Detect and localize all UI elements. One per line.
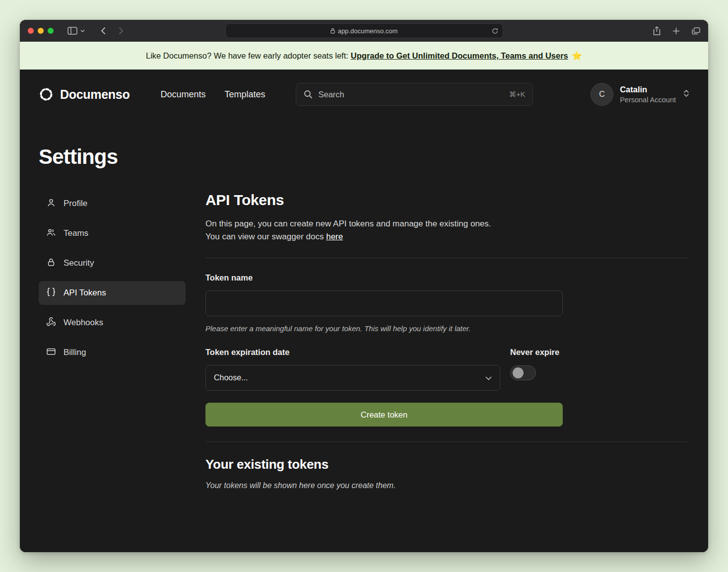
app-page: Documenso Documents Templates Search ⌘+K…: [20, 70, 708, 552]
token-name-input[interactable]: [205, 290, 563, 316]
braces-icon: [46, 287, 56, 299]
new-tab-icon[interactable]: [672, 27, 680, 35]
sidebar-item-label: Teams: [64, 228, 88, 238]
address-bar[interactable]: app.documenso.com: [225, 23, 503, 38]
swagger-docs-link[interactable]: here: [326, 232, 343, 241]
browser-window: app.documenso.com: [20, 20, 708, 552]
divider: [205, 441, 688, 442]
lock-icon: [46, 257, 56, 270]
sidebar-item-label: API Tokens: [64, 288, 106, 298]
webhook-icon: [46, 317, 56, 329]
description-prefix: You can view our swagger docs: [205, 232, 326, 241]
expiration-select[interactable]: Choose...: [205, 365, 500, 391]
sidebar-item-label: Billing: [64, 348, 86, 358]
sidebar-item-teams[interactable]: Teams: [39, 221, 186, 245]
share-icon[interactable]: [653, 26, 661, 35]
back-button[interactable]: [101, 27, 106, 35]
expiration-selected-value: Choose...: [214, 373, 248, 382]
api-tokens-panel: API Tokens On this page, you can create …: [205, 192, 688, 490]
avatar: C: [591, 83, 613, 106]
token-name-label: Token name: [205, 273, 688, 283]
browser-titlebar: app.documenso.com: [20, 20, 708, 42]
user-account-type: Personal Account: [620, 96, 676, 104]
sidebar-toggle-icon[interactable]: [67, 27, 77, 35]
create-token-button[interactable]: Create token: [205, 403, 563, 427]
sidebar-item-billing[interactable]: Billing: [39, 341, 186, 364]
user-icon: [46, 198, 56, 210]
sidebar-item-api-tokens[interactable]: API Tokens: [39, 281, 186, 305]
nav-templates[interactable]: Templates: [224, 89, 265, 100]
traffic-lights: [28, 28, 54, 34]
banner-text: Like Documenso? We have few early adopte…: [146, 51, 348, 61]
url-text: app.documenso.com: [338, 27, 398, 35]
sidebar-item-label: Profile: [64, 199, 87, 209]
existing-tokens-empty-text: Your tokens will be shown here once you …: [205, 481, 688, 490]
divider: [205, 258, 688, 258]
user-meta: Catalin Personal Account: [620, 85, 676, 104]
users-icon: [46, 227, 56, 240]
existing-tokens-title: Your existing tokens: [205, 457, 688, 472]
tab-overview-icon[interactable]: [692, 27, 700, 35]
search-placeholder: Search: [318, 90, 344, 99]
credit-card-icon: [46, 347, 56, 359]
upgrade-link[interactable]: Upgrade to Get Unlimited Documents, Team…: [351, 51, 568, 61]
nav-documents[interactable]: Documents: [160, 89, 205, 100]
search-icon: [304, 90, 313, 99]
section-description-line1: On this page, you can create new API tok…: [205, 217, 688, 230]
user-name: Catalin: [620, 85, 676, 94]
forward-button[interactable]: [119, 27, 124, 35]
documenso-logo-icon: [39, 87, 54, 102]
sidebar-item-security[interactable]: Security: [39, 251, 186, 275]
sidebar-chevron-down-icon[interactable]: [80, 29, 85, 32]
top-nav: Documents Templates: [160, 89, 265, 100]
settings-sidebar: Profile Teams: [39, 192, 186, 370]
lock-icon: [331, 28, 335, 34]
chevrons-up-down-icon: [683, 89, 689, 100]
avatar-initial: C: [599, 90, 605, 99]
search-shortcut: ⌘+K: [509, 90, 526, 98]
section-title: API Tokens: [205, 192, 688, 209]
never-expire-label: Never expire: [510, 348, 563, 357]
star-emoji: ⭐: [572, 51, 582, 61]
section-description-line2: You can view our swagger docs here: [205, 230, 688, 243]
brand-name: Documenso: [60, 87, 130, 102]
minimize-window-button[interactable]: [38, 28, 44, 34]
token-name-hint: Please enter a meaningful name for your …: [205, 324, 688, 333]
zoom-window-button[interactable]: [48, 28, 54, 34]
close-window-button[interactable]: [28, 28, 34, 34]
reload-icon[interactable]: [492, 28, 498, 34]
never-expire-toggle[interactable]: [510, 365, 536, 380]
brand[interactable]: Documenso: [39, 87, 130, 102]
sidebar-item-label: Webhooks: [64, 318, 103, 328]
promo-banner: Like Documenso? We have few early adopte…: [20, 42, 708, 70]
app-header: Documenso Documents Templates Search ⌘+K…: [20, 70, 708, 119]
sidebar-item-label: Security: [64, 258, 94, 268]
sidebar-item-profile[interactable]: Profile: [39, 192, 186, 215]
user-menu[interactable]: C Catalin Personal Account: [591, 83, 689, 106]
search-input[interactable]: Search ⌘+K: [296, 83, 533, 106]
sidebar-item-webhooks[interactable]: Webhooks: [39, 311, 186, 335]
chevron-down-icon: [485, 373, 492, 382]
toggle-knob: [513, 367, 524, 378]
page-title: Settings: [39, 145, 689, 169]
expiration-label: Token expiration date: [205, 348, 500, 357]
